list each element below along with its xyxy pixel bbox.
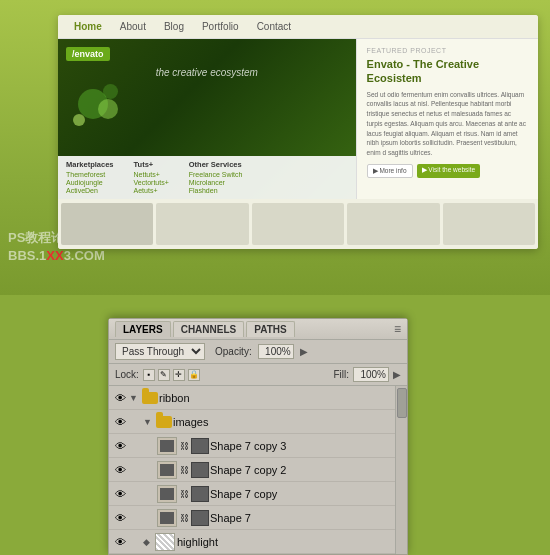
more-info-button[interactable]: ▶ More info — [367, 164, 413, 178]
mockup-links: Marketplaces Themeforest Audiojungle Act… — [58, 156, 356, 199]
layer-name-shape7: Shape 7 — [210, 512, 393, 524]
expand-ribbon[interactable]: ▼ — [129, 393, 141, 403]
expand-highlight[interactable]: ◆ — [143, 537, 155, 547]
opacity-arrow[interactable]: ▶ — [300, 346, 308, 357]
fill-arrow[interactable]: ▶ — [393, 369, 401, 380]
layer-row-shape7copy[interactable]: 👁 ⛓ Shape 7 copy — [109, 482, 395, 506]
layer-name-shape7copy: Shape 7 copy — [210, 488, 393, 500]
layer-row-shape7copy3[interactable]: 👁 ⛓ Shape 7 copy 3 — [109, 434, 395, 458]
layer-name-shape7copy3: Shape 7 copy 3 — [210, 440, 393, 452]
tab-paths[interactable]: PATHS — [246, 321, 294, 337]
thumb-shape7 — [157, 509, 177, 527]
mockup-tagline: the creative ecosystem — [58, 67, 356, 78]
scrollbar[interactable] — [395, 386, 407, 554]
fill-input[interactable] — [353, 367, 389, 382]
visibility-shape7[interactable]: 👁 — [111, 509, 129, 527]
layers-list-wrap: 👁 ▼ ribbon 👁 ▼ images 👁 — [109, 386, 407, 554]
website-mockup: Home About Blog Portfolio Contact /envat… — [58, 15, 538, 249]
lock-all-icon[interactable]: 🔒 — [188, 369, 200, 381]
nav-contact[interactable]: Contact — [257, 21, 291, 32]
visibility-shape7copy2[interactable]: 👁 — [111, 461, 129, 479]
chain-shape7copy3: ⛓ — [180, 441, 189, 451]
layer-name-highlight: highlight — [177, 536, 393, 548]
fill-label: Fill: — [333, 369, 349, 380]
layer-name-shape7copy2: Shape 7 copy 2 — [210, 464, 393, 476]
top-green-area: PS教程论坛 BBS.1XX3.COM Home About Blog Port… — [0, 0, 550, 295]
opacity-label: Opacity: — [215, 346, 252, 357]
thumb-3 — [252, 203, 344, 245]
link-col-1: Tuts+ Nettuts+ Vectortuts+ Aetuts+ — [134, 160, 169, 195]
visibility-ribbon[interactable]: 👁 — [111, 389, 129, 407]
layer-row-images[interactable]: 👁 ▼ images — [109, 410, 395, 434]
mockup-thumbnails — [58, 199, 538, 249]
tab-layers[interactable]: LAYERS — [115, 321, 171, 337]
visit-website-button[interactable]: ▶ Visit the website — [417, 164, 481, 178]
lock-transparent-icon[interactable]: ▪ — [143, 369, 155, 381]
chain-shape7: ⛓ — [180, 513, 189, 523]
visibility-shape7copy3[interactable]: 👁 — [111, 437, 129, 455]
thumb-shape7copy — [157, 485, 177, 503]
nav-blog[interactable]: Blog — [164, 21, 184, 32]
thumb-highlight — [155, 533, 175, 551]
featured-project: FEATURED PROJECT Envato - The Creative E… — [356, 39, 538, 199]
thumb-2 — [156, 203, 248, 245]
lock-label: Lock: — [115, 369, 139, 380]
link-col-2: Other Services Freelance Switch Microlan… — [189, 160, 243, 195]
mockup-nav: Home About Blog Portfolio Contact — [58, 15, 538, 39]
nav-portfolio[interactable]: Portfolio — [202, 21, 239, 32]
featured-buttons: ▶ More info ▶ Visit the website — [367, 164, 528, 178]
mask-shape7copy2 — [191, 462, 209, 478]
layer-row-highlight[interactable]: 👁 ◆ highlight — [109, 530, 395, 554]
thumb-shape7copy3 — [157, 437, 177, 455]
nav-about[interactable]: About — [120, 21, 146, 32]
link-col-0: Marketplaces Themeforest Audiojungle Act… — [66, 160, 114, 195]
thumb-1 — [61, 203, 153, 245]
mockup-main: /envato the creative ecosystem Marketpla… — [58, 39, 538, 199]
lock-move-icon[interactable]: ✛ — [173, 369, 185, 381]
expand-images[interactable]: ▼ — [143, 417, 155, 427]
blend-opacity-toolbar: Pass Through Normal Multiply Screen Over… — [109, 340, 407, 364]
layer-row-shape7copy2[interactable]: 👁 ⛓ Shape 7 copy 2 — [109, 458, 395, 482]
layers-panel: LAYERS CHANNELS PATHS ≡ Pass Through Nor… — [108, 318, 408, 555]
folder-icon-images — [155, 413, 173, 431]
lock-icons: ▪ ✎ ✛ 🔒 — [143, 369, 200, 381]
featured-desc: Sed ut odio fermentum enim convallis ult… — [367, 90, 528, 158]
layer-row-shape7[interactable]: 👁 ⛓ Shape 7 — [109, 506, 395, 530]
layer-row-ribbon[interactable]: 👁 ▼ ribbon — [109, 386, 395, 410]
layer-name-ribbon: ribbon — [159, 392, 393, 404]
tab-channels[interactable]: CHANNELS — [173, 321, 245, 337]
chain-shape7copy: ⛓ — [180, 489, 189, 499]
mask-shape7copy — [191, 486, 209, 502]
layer-name-images: images — [173, 416, 393, 428]
scrollbar-thumb[interactable] — [397, 388, 407, 418]
blend-mode-select[interactable]: Pass Through Normal Multiply Screen Over… — [115, 343, 205, 360]
panel-menu-icon[interactable]: ≡ — [394, 322, 401, 336]
visibility-highlight[interactable]: 👁 — [111, 533, 129, 551]
thumb-5 — [443, 203, 535, 245]
visibility-images[interactable]: 👁 — [111, 413, 129, 431]
visibility-shape7copy[interactable]: 👁 — [111, 485, 129, 503]
featured-title: Envato - The Creative Ecosistem — [367, 57, 528, 86]
envato-banner: /envato the creative ecosystem Marketpla… — [58, 39, 356, 199]
mask-shape7copy3 — [191, 438, 209, 454]
thumb-4 — [347, 203, 439, 245]
chain-shape7copy2: ⛓ — [180, 465, 189, 475]
lock-paint-icon[interactable]: ✎ — [158, 369, 170, 381]
featured-label: FEATURED PROJECT — [367, 47, 528, 54]
opacity-input[interactable] — [258, 344, 294, 359]
layers-list: 👁 ▼ ribbon 👁 ▼ images 👁 — [109, 386, 395, 554]
panel-header: LAYERS CHANNELS PATHS ≡ — [109, 319, 407, 340]
lock-fill-toolbar: Lock: ▪ ✎ ✛ 🔒 Fill: ▶ — [109, 364, 407, 386]
mask-shape7 — [191, 510, 209, 526]
nav-home[interactable]: Home — [74, 21, 102, 32]
thumb-shape7copy2 — [157, 461, 177, 479]
envato-logo: /envato — [66, 47, 110, 61]
folder-icon-ribbon — [141, 389, 159, 407]
